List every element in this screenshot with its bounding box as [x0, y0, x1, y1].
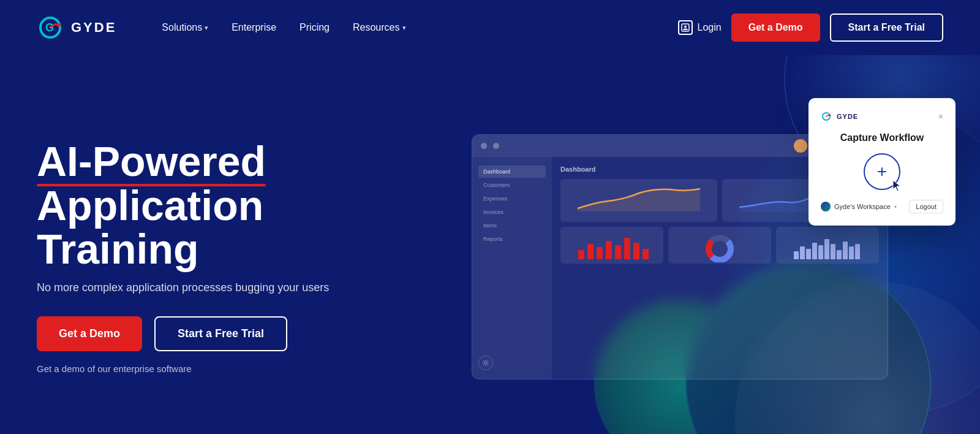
sidebar-item-expenses[interactable]: Expenses: [478, 192, 546, 205]
login-icon: [678, 20, 693, 35]
login-button[interactable]: Login: [678, 20, 722, 35]
svg-rect-25: [843, 242, 848, 259]
svg-rect-27: [855, 244, 860, 259]
svg-rect-22: [824, 239, 829, 259]
svg-rect-17: [794, 251, 799, 259]
capture-popup: GYDE × Capture Workflow + Gyde's Workspa…: [809, 98, 956, 226]
svg-rect-26: [849, 246, 854, 259]
hero-title-bold: AI-Powered: [37, 140, 266, 183]
capture-logo-icon: [821, 110, 833, 123]
logout-button[interactable]: Logout: [909, 200, 943, 213]
sidebar-item-items[interactable]: Items: [478, 219, 546, 232]
svg-point-5: [484, 362, 487, 364]
nav-links: Solutions ▾ Enterprise Pricing Resources…: [153, 17, 677, 38]
logo-icon: G: [37, 13, 66, 42]
capture-logo-text: GYDE: [837, 113, 858, 120]
svg-rect-12: [633, 243, 639, 259]
svg-rect-9: [606, 241, 612, 259]
dashboard-sidebar: Dashboard Customers Expenses Invoices It…: [472, 157, 552, 379]
navbar: G GYDE Solutions ▾ Enterprise Pricing Re…: [0, 0, 980, 55]
logo[interactable]: G GYDE: [37, 13, 116, 42]
workspace-name: Gyde's Workspace: [834, 203, 891, 210]
capture-title: Capture Workflow: [821, 132, 943, 143]
hero-trial-button[interactable]: Start a Free Trial: [154, 316, 287, 351]
hero-section: AI-Powered Application Training No more …: [0, 55, 980, 434]
window-dot-2: [493, 143, 499, 149]
capture-close-button[interactable]: ×: [938, 112, 943, 121]
capture-circle: +: [864, 153, 900, 190]
svg-rect-19: [806, 249, 811, 259]
cursor-icon: [892, 179, 903, 192]
hero-subtitle: No more complex application processes bu…: [37, 281, 417, 294]
svg-point-1: [57, 23, 61, 27]
hero-content: AI-Powered Application Training No more …: [37, 140, 417, 373]
capture-popup-header: GYDE ×: [821, 110, 943, 123]
hero-title: AI-Powered Application Training: [37, 140, 417, 271]
hero-subtext: Get a demo of our enterprise software: [37, 364, 417, 374]
svg-rect-24: [837, 250, 842, 259]
hero-buttons: Get a Demo Start a Free Trial: [37, 316, 417, 351]
settings-icon[interactable]: [478, 356, 493, 370]
capture-logo: GYDE: [821, 110, 858, 123]
svg-rect-11: [624, 238, 630, 259]
hero-demo-button[interactable]: Get a Demo: [37, 316, 142, 351]
svg-rect-8: [597, 247, 603, 259]
bottom-chart-2: [668, 227, 771, 264]
svg-rect-13: [643, 249, 649, 259]
svg-rect-23: [831, 244, 835, 259]
svg-point-29: [829, 115, 831, 116]
svg-point-4: [684, 26, 687, 28]
sidebar-item-reports[interactable]: Reports: [478, 233, 546, 245]
chart-card-1: [560, 179, 717, 222]
nav-actions: Login Get a Demo Start a Free Trial: [678, 13, 943, 42]
nav-pricing[interactable]: Pricing: [291, 17, 338, 38]
user-avatar: [794, 139, 807, 153]
hero-visual: Sally last login was 12 hours ago Dashbo…: [417, 80, 943, 434]
brand-name: GYDE: [71, 20, 116, 36]
resources-chevron: ▾: [402, 24, 406, 32]
svg-text:G: G: [45, 21, 54, 34]
hero-title-regular: Application Training: [37, 184, 417, 272]
nav-trial-button[interactable]: Start a Free Trial: [830, 13, 943, 42]
svg-rect-6: [578, 250, 584, 259]
nav-solutions[interactable]: Solutions ▾: [153, 17, 217, 38]
svg-rect-18: [800, 246, 805, 259]
workspace-selector[interactable]: Gyde's Workspace ▾: [821, 202, 897, 211]
solutions-chevron: ▾: [205, 24, 208, 32]
capture-plus-icon: +: [877, 163, 887, 180]
svg-rect-21: [818, 245, 823, 259]
nav-enterprise[interactable]: Enterprise: [223, 17, 285, 38]
workspace-chevron: ▾: [894, 204, 897, 210]
capture-footer: Gyde's Workspace ▾ Logout: [821, 200, 943, 213]
bottom-chart-3: [776, 227, 879, 264]
window-dot-1: [481, 143, 487, 149]
nav-resources[interactable]: Resources ▾: [344, 17, 414, 38]
sidebar-item-invoices[interactable]: Invoices: [478, 206, 546, 218]
svg-rect-10: [615, 245, 621, 259]
bottom-chart-1: [560, 227, 663, 264]
sidebar-item-customers[interactable]: Customers: [478, 179, 546, 191]
sidebar-item-dashboard[interactable]: Dashboard: [478, 166, 546, 178]
svg-rect-7: [587, 244, 594, 259]
dashboard-bottom-charts: [560, 227, 879, 264]
nav-demo-button[interactable]: Get a Demo: [731, 13, 820, 42]
svg-rect-20: [812, 243, 817, 259]
workspace-dot: [821, 202, 831, 211]
